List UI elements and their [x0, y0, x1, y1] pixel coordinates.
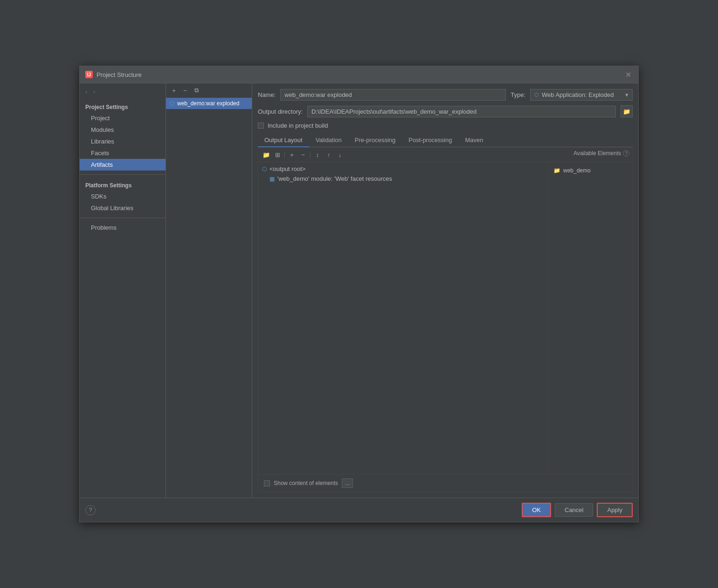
- tree-item-output-root-label: <output root>: [269, 165, 305, 172]
- sidebar-item-global-libraries[interactable]: Global Libraries: [80, 202, 166, 214]
- layout-up-button[interactable]: ↑: [324, 150, 334, 160]
- output-dir-input[interactable]: [307, 106, 616, 117]
- copy-artifact-button[interactable]: ⧉: [191, 85, 201, 96]
- name-input[interactable]: [280, 89, 506, 101]
- artifact-icon: ⬡: [170, 100, 174, 107]
- apply-button[interactable]: Apply: [597, 503, 633, 517]
- sidebar-item-artifacts[interactable]: Artifacts: [80, 159, 166, 171]
- project-structure-dialog: IJ Project Structure ✕ ‹ › Project Setti…: [79, 66, 639, 522]
- right-config-panel: Name: Type: ⬡ Web Application: Exploded …: [252, 83, 638, 498]
- layout-remove-button[interactable]: −: [298, 150, 308, 160]
- sidebar-nav: ‹ ›: [80, 83, 166, 100]
- available-elements-panel: 📁 web_demo: [548, 162, 632, 474]
- name-type-row: Name: Type: ⬡ Web Application: Exploded …: [258, 89, 633, 101]
- tabs-bar: Output Layout Validation Pre-processing …: [258, 134, 633, 147]
- tab-post-processing[interactable]: Post-processing: [402, 134, 458, 147]
- sidebar-item-libraries[interactable]: Libraries: [80, 136, 166, 147]
- show-content-label: Show content of elements: [274, 480, 338, 486]
- sidebar-item-project[interactable]: Project: [80, 112, 166, 124]
- add-artifact-button[interactable]: +: [169, 85, 179, 96]
- toolbar-separator-2: [310, 151, 311, 158]
- tab-output-layout[interactable]: Output Layout: [258, 134, 309, 147]
- cancel-button[interactable]: Cancel: [555, 503, 593, 517]
- available-elements-label: Available Elements ?: [573, 150, 629, 157]
- layout-folder-button[interactable]: 📁: [261, 150, 271, 160]
- close-button[interactable]: ✕: [623, 70, 633, 79]
- remove-artifact-button[interactable]: −: [180, 85, 190, 96]
- artifact-list-toolbar: + − ⧉: [166, 83, 252, 98]
- sidebar-divider: [80, 174, 166, 175]
- nav-forward-button[interactable]: ›: [91, 87, 97, 96]
- sidebar-divider-2: [80, 218, 166, 218]
- sidebar-item-sdks[interactable]: SDKs: [80, 191, 166, 202]
- sidebar-item-modules[interactable]: Modules: [80, 124, 166, 136]
- tree-item-module-label: 'web_demo' module: 'Web' facet resources: [277, 175, 392, 182]
- show-content-checkbox[interactable]: [264, 480, 270, 486]
- output-dir-row: Output directory: 📁: [258, 105, 633, 117]
- available-item-label: web_demo: [563, 167, 591, 174]
- layout-down-button[interactable]: ↓: [335, 150, 345, 160]
- dots-button[interactable]: ...: [342, 479, 353, 488]
- dialog-title: Project Structure: [97, 71, 142, 78]
- ok-button[interactable]: OK: [522, 503, 551, 517]
- type-label: Type:: [511, 91, 525, 98]
- name-label: Name:: [258, 91, 276, 98]
- type-select-value: Web Application: Exploded: [542, 91, 614, 98]
- artifact-list-item[interactable]: ⬡ web_demo:war exploded: [166, 98, 252, 109]
- artifact-name: web_demo:war exploded: [177, 100, 239, 107]
- footer-help-button[interactable]: ?: [85, 505, 96, 515]
- output-root-icon: ⬡: [262, 166, 267, 172]
- layout-toolbar: 📁 ⊞ + − ↕ ↑ ↓ Available Elements ?: [258, 148, 632, 162]
- type-select-icon: ⬡: [534, 92, 539, 98]
- sidebar-item-problems[interactable]: Problems: [80, 222, 166, 233]
- include-in-project-build-row: Include in project build: [258, 122, 633, 129]
- sidebar-item-facets[interactable]: Facets: [80, 147, 166, 159]
- tab-pre-processing[interactable]: Pre-processing: [348, 134, 402, 147]
- project-settings-label: Project Settings: [80, 100, 166, 112]
- type-select[interactable]: ⬡ Web Application: Exploded ▾: [530, 89, 633, 101]
- available-elements-help-icon[interactable]: ?: [623, 150, 629, 157]
- include-in-project-build-checkbox[interactable]: [258, 123, 264, 129]
- output-dir-label: Output directory:: [258, 108, 303, 115]
- browse-folder-button[interactable]: 📁: [621, 105, 633, 117]
- platform-settings-label: Platform Settings: [80, 178, 166, 191]
- layout-tree: ⬡ <output root> ▦ 'web_demo' module: 'We…: [258, 162, 548, 474]
- app-icon: IJ: [85, 71, 93, 78]
- title-bar: IJ Project Structure ✕: [80, 66, 638, 83]
- sidebar: ‹ › Project Settings Project Modules Lib…: [80, 83, 166, 498]
- main-content: ‹ › Project Settings Project Modules Lib…: [80, 83, 638, 498]
- layout-body: ⬡ <output root> ▦ 'web_demo' module: 'We…: [258, 162, 632, 474]
- artifact-list-panel: + − ⧉ ⬡ web_demo:war exploded: [166, 83, 252, 498]
- available-item-web-demo[interactable]: 📁 web_demo: [552, 166, 629, 175]
- available-item-icon: 📁: [553, 167, 560, 174]
- title-bar-left: IJ Project Structure: [85, 71, 142, 78]
- layout-grid-button[interactable]: ⊞: [272, 150, 283, 160]
- tree-item-output-root[interactable]: ⬡ <output root>: [258, 164, 548, 174]
- tree-item-module[interactable]: ▦ 'web_demo' module: 'Web' facet resourc…: [258, 174, 548, 184]
- toolbar-separator: [284, 151, 285, 158]
- layout-sort-button[interactable]: ↕: [312, 150, 323, 160]
- bottom-bar: Show content of elements ...: [258, 474, 632, 492]
- center-panel: + − ⧉ ⬡ web_demo:war exploded Name: Type…: [166, 83, 638, 498]
- output-layout-panel: 📁 ⊞ + − ↕ ↑ ↓ Available Elements ?: [258, 147, 633, 492]
- footer: ? OK Cancel Apply: [80, 498, 638, 522]
- tab-validation[interactable]: Validation: [309, 134, 348, 147]
- layout-add-button[interactable]: +: [287, 150, 297, 160]
- nav-back-button[interactable]: ‹: [83, 87, 90, 96]
- type-select-arrow: ▾: [625, 91, 628, 98]
- module-icon: ▦: [269, 176, 275, 182]
- tab-maven[interactable]: Maven: [458, 134, 490, 147]
- include-in-project-build-label: Include in project build: [268, 122, 328, 129]
